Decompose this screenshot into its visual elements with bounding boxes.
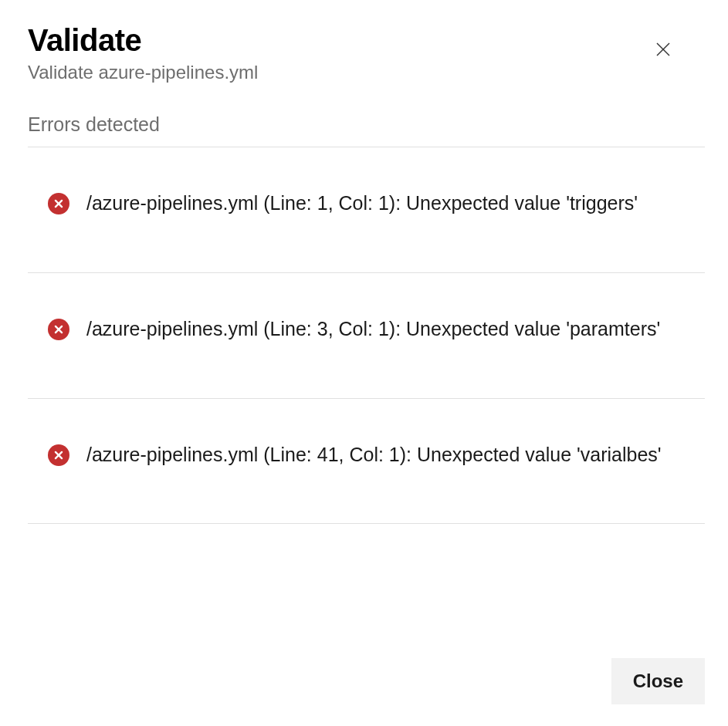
close-icon[interactable] (652, 39, 674, 60)
errors-section-header: Errors detected (28, 113, 705, 147)
error-item: /azure-pipelines.yml (Line: 3, Col: 1): … (28, 273, 705, 399)
header-text-block: Validate Validate azure-pipelines.yml (28, 23, 258, 84)
dialog-footer: Close (611, 658, 705, 704)
error-icon (48, 193, 69, 214)
error-message: /azure-pipelines.yml (Line: 41, Col: 1):… (86, 442, 662, 468)
error-item: /azure-pipelines.yml (Line: 1, Col: 1): … (28, 147, 705, 273)
error-item: /azure-pipelines.yml (Line: 41, Col: 1):… (28, 399, 705, 525)
close-button[interactable]: Close (611, 658, 705, 704)
errors-list: /azure-pipelines.yml (Line: 1, Col: 1): … (28, 147, 705, 524)
error-icon (48, 319, 69, 340)
error-message: /azure-pipelines.yml (Line: 3, Col: 1): … (86, 316, 660, 343)
dialog-subtitle: Validate azure-pipelines.yml (28, 60, 258, 84)
error-icon (48, 444, 69, 466)
error-message: /azure-pipelines.yml (Line: 1, Col: 1): … (86, 191, 638, 217)
dialog-title: Validate (28, 23, 258, 57)
dialog-header: Validate Validate azure-pipelines.yml (28, 23, 705, 84)
